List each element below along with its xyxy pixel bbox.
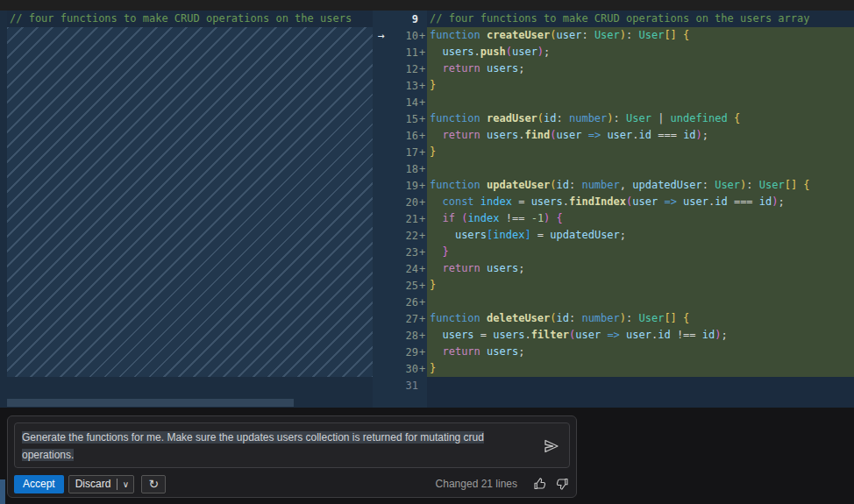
code-token: function <box>430 312 487 324</box>
diff-editor: // four functions to make CRUD operation… <box>0 11 854 408</box>
code-token: ( <box>550 29 556 41</box>
gutter-row-20[interactable]: 20+ <box>373 194 427 210</box>
gutter-row-14[interactable]: 14+ <box>373 94 427 110</box>
code-line-24[interactable]: return users; <box>427 260 854 277</box>
line-number: 11 <box>390 46 418 59</box>
gutter-row-13[interactable]: 13+ <box>373 77 427 94</box>
discard-label[interactable]: Discard <box>69 478 117 490</box>
send-button[interactable] <box>543 437 560 455</box>
code-line-20[interactable]: const index = users.findIndex(user => us… <box>427 194 854 210</box>
code-token: id <box>683 129 695 141</box>
code-token <box>480 262 487 274</box>
gutter-row-19[interactable]: 19+ <box>373 177 427 194</box>
code-line-14[interactable] <box>427 94 854 110</box>
code-token: . <box>524 329 530 341</box>
thumbs-up-button[interactable] <box>532 476 548 492</box>
code-token: => <box>664 195 676 208</box>
prompt-input[interactable]: Generate the functions for me. Make sure… <box>14 422 570 468</box>
discard-button[interactable]: Discard ∨ <box>68 475 135 493</box>
code-token: User <box>638 29 664 41</box>
horizontal-scrollbar[interactable] <box>7 399 294 407</box>
gutter-row-12[interactable]: 12+ <box>373 60 427 77</box>
gutter-row-24[interactable]: 24+ <box>373 260 427 277</box>
code-token <box>677 195 683 208</box>
code-line-31[interactable] <box>427 377 854 394</box>
code-token: return <box>442 129 480 141</box>
gutter-row-26[interactable]: 26+ <box>373 294 427 310</box>
diff-right-pane[interactable]: // four functions to make CRUD operation… <box>427 11 854 408</box>
gutter-row-9[interactable]: 9 <box>373 11 427 27</box>
code-line-12[interactable]: return users; <box>427 60 854 77</box>
code-token: ) <box>715 329 721 341</box>
code-token: { <box>803 179 809 191</box>
gutter-row-28[interactable]: 28+ <box>373 327 427 344</box>
gutter-row-18[interactable]: 18+ <box>373 160 427 177</box>
code-token: index <box>493 229 524 241</box>
thumbs-down-icon <box>555 477 569 491</box>
code-line-13[interactable]: } <box>427 77 854 94</box>
code-line-30[interactable]: } <box>427 360 854 377</box>
gutter-row-23[interactable]: 23+ <box>373 244 427 260</box>
code-token: createUser <box>487 29 550 41</box>
code-token <box>430 329 442 341</box>
gutter-row-31[interactable]: 31 <box>373 377 427 394</box>
original-comment-line[interactable]: // four functions to make CRUD operation… <box>7 11 373 27</box>
code-line-11[interactable]: users.push(user); <box>427 44 854 60</box>
code-line-23[interactable]: } <box>427 244 854 260</box>
code-line-10[interactable]: function createUser(user: User): User[] … <box>427 27 854 44</box>
line-number: 24 <box>390 263 418 275</box>
thumbs-down-button[interactable] <box>554 476 570 492</box>
line-number: 12 <box>390 63 418 75</box>
gutter-row-10[interactable]: →10+ <box>373 27 427 44</box>
code-line-9[interactable]: // four functions to make CRUD operation… <box>427 11 854 27</box>
gutter-row-30[interactable]: 30+ <box>373 360 427 377</box>
code-token: find <box>524 129 550 141</box>
code-line-28[interactable]: users = users.filter(user => user.id !==… <box>427 327 854 344</box>
code-token: ; <box>518 345 524 358</box>
diff-left-pane[interactable]: // four functions to make CRUD operation… <box>7 11 373 408</box>
gutter-row-29[interactable]: 29+ <box>373 344 427 360</box>
code-line-16[interactable]: return users.find(user => user.id === id… <box>427 127 854 144</box>
line-number: 30 <box>390 363 418 375</box>
feedback-group: Changed 21 lines <box>436 476 570 492</box>
code-line-21[interactable]: if (index !== -1) { <box>427 210 854 227</box>
code-line-15[interactable]: function readUser(id: number): User | un… <box>427 110 854 127</box>
gutter-row-16[interactable]: 16+ <box>373 127 427 144</box>
added-line-marker: + <box>418 130 427 142</box>
gutter-row-22[interactable]: 22+ <box>373 227 427 244</box>
code-token: readUser <box>487 112 537 124</box>
code-token <box>671 329 677 341</box>
code-line-22[interactable]: users[index] = updatedUser; <box>427 227 854 244</box>
line-number: 23 <box>390 246 418 259</box>
gutter-row-21[interactable]: 21+ <box>373 210 427 227</box>
code-token: { <box>734 112 740 124</box>
code-line-26[interactable] <box>427 294 854 310</box>
code-token: function <box>430 112 487 124</box>
gutter-row-27[interactable]: 27+ <box>373 310 427 327</box>
added-line-marker: + <box>418 263 427 275</box>
chevron-down-icon[interactable]: ∨ <box>117 479 133 489</box>
code-line-18[interactable] <box>427 160 854 177</box>
code-token: [] <box>785 179 797 191</box>
code-token: ( <box>506 46 512 58</box>
code-token <box>728 112 734 124</box>
code-token: : <box>626 312 638 324</box>
code-token: users <box>487 129 518 141</box>
code-line-25[interactable]: } <box>427 277 854 294</box>
code-line-19[interactable]: function updateUser(id: number, updatedU… <box>427 177 854 194</box>
code-line-27[interactable]: function deleteUser(id: number): User[] … <box>427 310 854 327</box>
gutter-row-17[interactable]: 17+ <box>373 144 427 160</box>
code-token <box>524 212 530 224</box>
code-line-17[interactable]: } <box>427 144 854 160</box>
gutter-row-25[interactable]: 25+ <box>373 277 427 294</box>
gutter-row-11[interactable]: 11+ <box>373 44 427 60</box>
gutter-row-15[interactable]: 15+ <box>373 110 427 127</box>
rerun-button[interactable]: ↻ <box>141 475 166 493</box>
added-line-marker: + <box>418 80 427 92</box>
line-number: 20 <box>390 196 418 209</box>
code-token: id <box>658 329 670 341</box>
code-token: user <box>626 329 651 341</box>
code-token: User <box>715 179 740 191</box>
accept-button[interactable]: Accept <box>14 475 64 493</box>
code-line-29[interactable]: return users; <box>427 344 854 360</box>
